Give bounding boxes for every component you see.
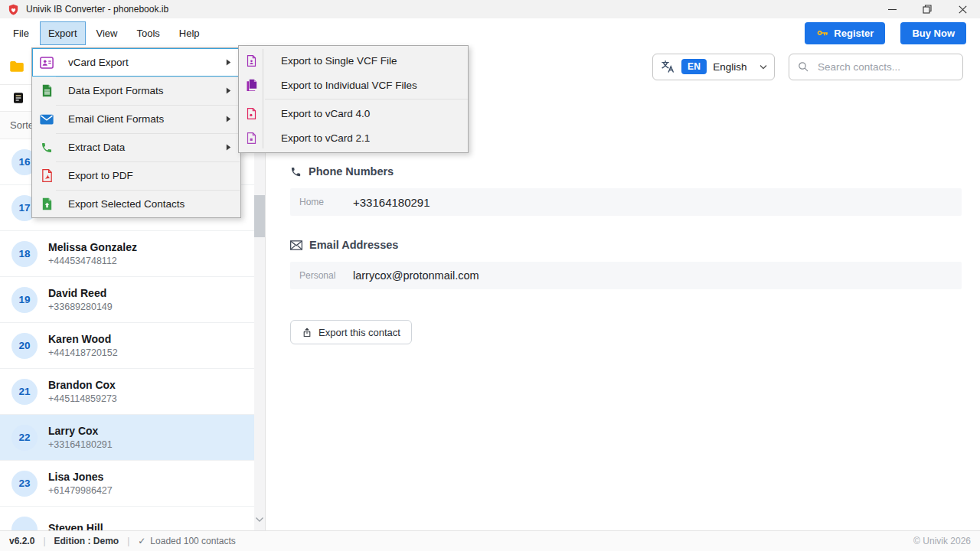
- scrollbar-thumb[interactable]: [254, 195, 265, 237]
- menu-export[interactable]: Export: [40, 21, 86, 45]
- submenu-item-individual-vcf[interactable]: Export to Individual VCF Files: [239, 73, 468, 97]
- submenu-arrow-icon: [226, 59, 231, 66]
- contact-list-item[interactable]: 18 Melissa Gonzalez+444534748112: [0, 231, 255, 277]
- vcf-multi-icon: [245, 79, 257, 91]
- title-bar: Univik IB Converter - phonebook.ib: [0, 0, 980, 18]
- edition-label: Edition : Demo: [54, 536, 119, 546]
- chevron-down-icon: [760, 64, 767, 70]
- buy-now-label: Buy Now: [912, 28, 955, 39]
- envelope-icon: [40, 114, 54, 125]
- search-input[interactable]: [816, 60, 946, 73]
- contact-number-badge: 22: [11, 425, 38, 451]
- key-icon: [816, 27, 828, 39]
- menu-file[interactable]: File: [5, 21, 38, 45]
- loaded-contacts-label: Loaded 100 contacts: [150, 536, 235, 546]
- contact-name: Lisa Jones: [48, 471, 113, 483]
- contact-number-badge: 23: [11, 471, 38, 497]
- search-icon: [797, 60, 809, 73]
- contact-number-badge: 19: [11, 287, 38, 313]
- check-icon: ✓: [138, 536, 145, 546]
- search-box[interactable]: [789, 54, 963, 80]
- export-contact-button[interactable]: Export this contact: [290, 320, 412, 344]
- phone-numbers-heading: Phone Numbers: [290, 165, 394, 178]
- menu-item-extract-data[interactable]: Extract Data: [32, 133, 240, 161]
- contact-list-item-selected[interactable]: 22 Larry Cox+33164180291: [0, 415, 255, 461]
- spreadsheet-icon: [40, 84, 54, 97]
- contacts-book-icon: [12, 92, 24, 104]
- close-button[interactable]: [945, 0, 980, 18]
- sort-label: Sorte: [10, 119, 34, 131]
- contact-number-badge: 18: [11, 241, 38, 267]
- contact-list-item[interactable]: 20 Karen Wood+441418720152: [0, 323, 255, 369]
- phone-icon: [290, 166, 302, 178]
- vcard-export-submenu: Export to Single VCF File Export to Indi…: [238, 45, 469, 153]
- contact-phone: +445114859273: [48, 393, 117, 404]
- doc-export-icon: [40, 197, 54, 210]
- menu-item-label: Data Export Formats: [68, 85, 164, 96]
- contact-card-icon: [40, 57, 54, 69]
- toolbar: EN English: [652, 47, 980, 86]
- pdf-file-icon: [40, 169, 54, 182]
- menu-item-export-to-pdf[interactable]: Export to PDF: [32, 161, 240, 190]
- submenu-item-label: Export to vCard 4.0: [281, 108, 370, 119]
- contact-list-item[interactable]: 19 David Reed+33689280149: [0, 277, 255, 323]
- folder-icon: [9, 60, 24, 73]
- menu-tools[interactable]: Tools: [128, 21, 168, 45]
- copyright-label: © Univik 2026: [913, 536, 971, 546]
- contact-phone: +33164180291: [48, 439, 113, 450]
- minimize-button[interactable]: [874, 0, 910, 18]
- restore-button[interactable]: [910, 0, 945, 18]
- phone-icon: [40, 142, 54, 154]
- contact-number-badge: [11, 517, 38, 531]
- menu-item-vcard-export[interactable]: vCard Export: [32, 48, 240, 77]
- menu-item-label: Extract Data: [68, 142, 125, 153]
- submenu-item-vcard-21[interactable]: Export to vCard 2.1: [239, 126, 468, 150]
- submenu-arrow-icon: [226, 144, 231, 151]
- contact-list-item[interactable]: Steven Hill: [0, 507, 255, 530]
- status-bar: v6.2.0 | Edition : Demo | ✓ Loaded 100 c…: [0, 530, 980, 551]
- buy-now-button[interactable]: Buy Now: [900, 22, 966, 44]
- vcard-40-icon: [245, 108, 257, 119]
- vcard-21-icon: [245, 132, 257, 144]
- menu-item-export-selected-contacts[interactable]: Export Selected Contacts: [32, 190, 240, 218]
- menu-help[interactable]: Help: [171, 21, 208, 45]
- menu-item-label: Export to PDF: [68, 170, 133, 181]
- language-code-badge: EN: [681, 59, 707, 74]
- status-separator: |: [43, 536, 45, 546]
- envelope-outline-icon: [290, 240, 302, 250]
- scrollbar-down-arrow-icon[interactable]: [255, 512, 264, 526]
- register-label: Register: [834, 28, 874, 39]
- submenu-item-label: Export to vCard 2.1: [281, 132, 370, 144]
- contact-list-item[interactable]: 21 Brandon Cox+445114859273: [0, 369, 255, 415]
- export-contact-label: Export this contact: [318, 327, 400, 338]
- phone-type-label: Home: [299, 197, 353, 207]
- menu-item-email-client-formats[interactable]: Email Client Formats: [32, 105, 240, 133]
- translate-icon: [660, 59, 675, 74]
- email-row: Personal larrycox@protonmail.com: [290, 262, 962, 289]
- menu-item-data-export-formats[interactable]: Data Export Formats: [32, 77, 240, 105]
- contact-phone: +444534748112: [48, 256, 137, 266]
- menu-bar: File Export View Tools Help Register Buy…: [0, 18, 980, 47]
- menu-view[interactable]: View: [88, 21, 126, 45]
- submenu-gutter-divider: [263, 49, 263, 148]
- language-selector[interactable]: EN English: [652, 54, 775, 80]
- submenu-arrow-icon: [226, 116, 231, 122]
- submenu-item-vcard-40[interactable]: Export to vCard 4.0: [239, 101, 468, 126]
- status-separator: |: [127, 536, 129, 546]
- register-button[interactable]: Register: [805, 22, 885, 44]
- submenu-item-single-vcf[interactable]: Export to Single VCF File: [239, 48, 468, 73]
- phone-value: +33164180291: [353, 196, 430, 209]
- contact-number-badge: 20: [11, 333, 38, 359]
- contact-list-item[interactable]: 23 Lisa Jones+61479986427: [0, 461, 255, 507]
- email-addresses-title: Email Addresses: [309, 239, 398, 251]
- submenu-item-label: Export to Individual VCF Files: [281, 80, 417, 91]
- contact-name: Brandon Cox: [48, 379, 117, 391]
- submenu-separator: [265, 99, 468, 99]
- language-name: English: [713, 61, 753, 73]
- contact-name: Steven Hill: [48, 522, 103, 530]
- email-value: larrycox@protonmail.com: [353, 269, 479, 282]
- contact-phone: +441418720152: [48, 347, 118, 358]
- phone-row: Home +33164180291: [290, 188, 962, 216]
- version-label: v6.2.0: [9, 536, 34, 546]
- phone-numbers-title: Phone Numbers: [309, 165, 394, 178]
